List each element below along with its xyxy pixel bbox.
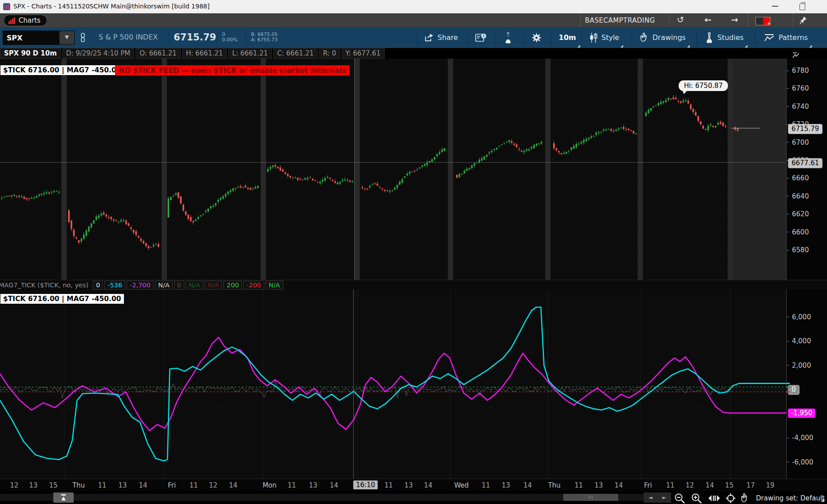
crosshair-target-icon[interactable] [725,493,736,504]
indicator-value[interactable]: -536 [104,281,125,290]
back-arrow-icon[interactable]: ← [704,15,712,24]
zoom-out-icon[interactable] [674,493,686,504]
indicator-value[interactable]: 0 [174,281,184,290]
time-tick-label[interactable]: 11 [384,481,393,489]
time-tick-label[interactable]: 13 [29,481,37,489]
value-tick-label[interactable]: 6,000 [792,313,811,321]
layout-grid-icon[interactable] [755,17,771,25]
value-tick-label[interactable]: 4,000 [792,337,811,345]
ohlc-box[interactable]: R: 0 [319,48,340,59]
minimize-button[interactable] [772,6,778,7]
time-tick-label[interactable]: 12 [685,481,694,489]
time-tick-label[interactable]: Thu [548,481,561,489]
time-tick-label[interactable]: Thu [72,481,85,489]
last-price-box[interactable]: 6715.79 [788,124,823,134]
indicator-value[interactable]: -2,700 [127,281,154,290]
ohlc-box[interactable]: SPX 90 D 10m [0,48,61,59]
value-tick-mark[interactable] [787,438,789,438]
tick-indicator-pane[interactable]: $TICK 6716.00 | MAG7 -450.00 [0,290,786,479]
undo-icon[interactable]: ↺ [677,15,684,24]
series-last-mark[interactable] [787,383,790,384]
time-tick-label[interactable]: 14 [330,481,338,489]
price-tick-mark[interactable] [787,196,789,196]
restore-button[interactable] [799,4,805,10]
studies-button[interactable]: Studies [701,27,748,48]
indicator-value[interactable]: N/A [155,281,173,290]
price-tick-label[interactable]: 6620 [792,210,809,218]
time-tick-label[interactable]: 14 [229,481,237,489]
time-tick-label[interactable]: 13 [594,481,603,489]
price-tick-mark[interactable] [787,106,789,107]
time-tick-label[interactable]: 14 [139,481,147,489]
time-tick-label[interactable]: 15 [49,481,57,489]
chart-scrollbar-track[interactable] [0,494,644,501]
time-tick-label[interactable]: 14 [424,481,432,489]
price-tick-label[interactable]: 6760 [792,84,809,92]
time-tick-label[interactable]: 17 [746,481,755,489]
scroll-step-buttons[interactable]: ◄► [644,492,671,503]
time-tick-label[interactable]: 11 [481,481,490,489]
value-tick-mark[interactable] [787,341,789,341]
symbol-dropdown-button[interactable]: ▼ [59,31,74,44]
zoom-in-icon[interactable] [691,493,703,504]
step-left-icon[interactable]: ◄ [648,495,652,500]
time-tick-label[interactable]: Mon [262,481,277,489]
ohlc-box[interactable]: Y: 6677.61 [342,48,385,59]
ohlc-box[interactable]: H: 6661.21 [182,48,227,59]
drawings-button[interactable]: Drawings [635,27,690,48]
time-tick-label[interactable]: 14 [614,481,623,489]
patterns-button[interactable]: Patterns [759,27,812,48]
step-right-icon[interactable]: ► [662,495,666,500]
price-tick-mark[interactable] [787,214,789,214]
time-tick-label[interactable]: 14 [705,481,714,489]
collapse-pane-button[interactable] [53,492,74,503]
time-tick-label[interactable]: Wed [454,481,469,489]
time-axis[interactable]: 16:10 121315Thu111314Fri111214Mon1113141… [0,479,827,492]
time-tick-label[interactable]: 13 [118,481,127,489]
prev-close-box[interactable]: 6677.61 [788,158,823,168]
price-tick-mark[interactable] [787,142,789,143]
candlestick-chart-pane[interactable]: $TICK 6716.00 | MAG7 -450.00 NO $TICK FE… [0,59,786,280]
value-tick-mark[interactable] [787,317,789,317]
ohlc-box[interactable]: C: 6661.21 [273,48,318,59]
time-tick-label[interactable]: 11 [98,481,106,489]
indicator-value[interactable]: N/A [186,281,203,290]
price-tick-mark[interactable] [787,250,789,250]
pane-maximize-icon[interactable] [792,52,801,59]
drawing-set-selector[interactable]: Drawing set: Default [756,494,825,502]
price-tick-label[interactable]: 6740 [792,103,809,111]
value-tick-mark[interactable] [787,365,789,365]
time-tick-label[interactable]: 11 [666,481,674,489]
tab-charts[interactable]: Charts [4,15,47,26]
value-tick-label[interactable]: 2,000 [792,361,811,369]
time-tick-label[interactable]: 15 [725,481,733,489]
pin-icon[interactable] [799,16,807,24]
time-tick-label[interactable]: 11 [189,481,198,489]
series-last-mark[interactable] [787,386,790,388]
price-tick-label[interactable]: 6780 [792,67,809,75]
time-tick-label[interactable]: 11 [574,481,583,489]
price-tick-mark[interactable] [787,232,789,232]
value-tick-mark[interactable] [787,462,789,462]
time-tick-label[interactable]: 14 [523,481,532,489]
indicator-value[interactable]: N/A [266,281,283,290]
ohlc-box[interactable]: D: 9/29/25 4:10 PM [62,48,134,59]
price-tick-label[interactable]: 6580 [792,246,809,254]
time-tick-label[interactable]: 13 [501,481,510,489]
time-tick-label[interactable]: 12 [10,481,18,489]
hand-tool-icon[interactable] [740,493,750,504]
indicator-value[interactable]: 200 [223,281,242,290]
time-tick-label[interactable]: 12 [209,481,217,489]
symbol-input[interactable] [3,31,59,44]
price-tick-mark[interactable] [787,178,789,179]
timeframe-button[interactable]: 10m [554,27,580,48]
link-icon[interactable] [80,33,86,43]
share-button[interactable]: Share [420,27,462,48]
indicator-value[interactable]: 0 [93,281,103,290]
time-tick-label[interactable]: 11 [287,481,296,489]
chart-scrollbar-thumb[interactable] [563,494,618,501]
style-button[interactable]: Style [585,27,624,48]
time-tick-label[interactable]: 13 [404,481,413,489]
price-tick-mark[interactable] [787,71,789,71]
price-tick-label[interactable]: 6600 [792,228,809,236]
